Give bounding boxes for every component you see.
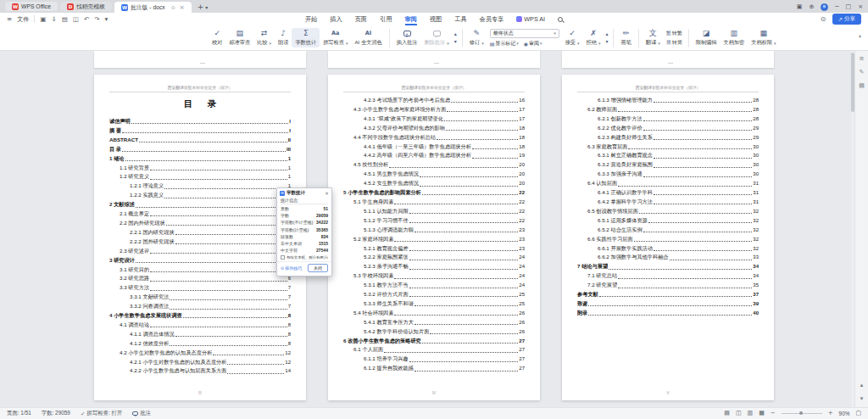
toc-entry[interactable]: 6.2.1 创新教学方法 28 (577, 115, 759, 124)
toc-entry[interactable]: 5.2 家庭环境因素 23 (343, 235, 525, 244)
toc-entry[interactable]: 5.4.1 教育竞争压力大 26 (343, 318, 525, 327)
scroll-down-icon[interactable]: ▾ (860, 396, 864, 402)
layout-switch-icon[interactable]: ▣ (797, 4, 803, 10)
previous-comment-icon[interactable]: ▴ (454, 31, 457, 36)
toc-entry[interactable]: 5.2.2 家庭氛围紧张 24 (343, 253, 525, 262)
toc-entry[interactable]: 2.2 国内外研究现状 3 (109, 219, 291, 228)
toc-entry[interactable]: 5.1.1 认知能力局限 22 (343, 207, 525, 216)
minimize-button[interactable]: ─ (835, 4, 838, 10)
toc-entry[interactable]: 4.5 按性别分析 20 (343, 160, 525, 170)
toc-entry[interactable]: 5 小学生数学焦虑的影响因素分析 22 (343, 188, 525, 198)
to-traditional-button[interactable]: 繁 转繁 (666, 30, 682, 37)
toc-entry[interactable]: 1.2.1 理论意义 1 (109, 182, 291, 191)
toc-entry[interactable]: 5.2.1 教育观念偏差 23 (343, 244, 525, 254)
toc-entry[interactable]: 致谢 39 (577, 299, 759, 309)
toc-entry[interactable]: 诚信声明 I (109, 117, 291, 126)
toc-entry[interactable]: 4.3.1 “双减”政策下的家庭期望变化 17 (343, 115, 525, 124)
ai-polish-button[interactable]: AI AI 全文润色 (351, 28, 385, 47)
menu-review[interactable]: 审阅 (404, 13, 416, 25)
document-area[interactable]: 西安翻译学院本科毕业论文（设计） 目 录 诚信声明 I 摘 要 I (0, 51, 868, 407)
toc-entry[interactable]: 6.1 个人层面 27 (343, 345, 525, 355)
toc-entry[interactable]: 3.3 研究方法 7 (109, 283, 291, 293)
page-view-icon[interactable]: ▤ (724, 411, 730, 416)
toc-entry[interactable]: 6.5.1 运用多媒体资源 32 (577, 216, 759, 226)
globe-icon[interactable]: ⊕ (809, 4, 814, 10)
page-1[interactable]: 西安翻译学院本科毕业论文（设计） 目 录 诚信声明 I 摘 要 I (94, 75, 306, 400)
toc-entry[interactable]: 3.3.1 文献研究法 7 (109, 293, 291, 302)
toc-entry[interactable]: 6.6.1 开展数学实践活动 32 (577, 244, 759, 254)
menu-tools[interactable]: 工具 (454, 13, 466, 25)
tips-link[interactable]: ⊙ 操作技巧 (281, 265, 302, 271)
toc-entry[interactable]: 5.3.2 评价方式片面 25 (343, 290, 525, 299)
close-button[interactable]: × (858, 4, 863, 10)
toc-entry[interactable]: 4.2.3 考试场景下的考前考中考后焦虑 16 (343, 96, 525, 105)
checkbox-icon[interactable] (281, 255, 285, 260)
encrypt-document-button[interactable]: ▥ 文档加密 (720, 28, 748, 47)
page-2[interactable]: 西安翻译学院本科毕业论文（设计） 4.2.3 考试场景下的考前考中考后焦虑 16… (328, 75, 540, 400)
toc-entry[interactable]: 4.2.2 小学生数学焦虑与认知层面关系方面 14 (109, 366, 291, 376)
file-menu[interactable]: 文件 (17, 15, 29, 24)
fullscreen-icon[interactable]: ▢ (855, 411, 861, 416)
toc-entry[interactable]: 4.2 小学生对数学焦虑的认知及态度分析 12 (109, 349, 291, 358)
outline-view-icon[interactable]: ▦ (759, 411, 765, 416)
tab-wps-home[interactable]: W WPS Office (5, 2, 58, 11)
redo-icon[interactable]: ↷ (94, 15, 99, 23)
ink-brush-button[interactable]: ✏ 画笔 (617, 28, 634, 47)
toc-entry[interactable]: 6.3.3 加强亲子沟通 30 (577, 170, 759, 179)
toc-entry[interactable]: 6.2.2 优化教学评价 29 (577, 124, 759, 133)
zoom-slider-knob[interactable] (799, 411, 803, 415)
print-preview-icon[interactable]: ◫ (73, 15, 79, 23)
toc-entry[interactable]: 5.3.3 师生关系不和谐 25 (343, 299, 525, 309)
toc-entry[interactable]: 2.1 概念界定 3 (109, 210, 291, 219)
tab-document[interactable]: W 批注版 - docx ⊙ × (114, 2, 192, 13)
toc-entry[interactable]: 4.2.1 小学生对数学焦虑的认知及态度分析 12 (109, 358, 291, 367)
toc-entry[interactable]: 2.2.1 国内研究现状 3 (109, 228, 291, 237)
toc-entry[interactable]: 6.2 教师层面 28 (577, 105, 759, 115)
toc-entry[interactable]: 4.4 不同学段数学焦虑现状分析总结 18 (343, 133, 525, 142)
read-layout-icon[interactable]: ◫ (736, 411, 742, 416)
status-spellcheck[interactable]: ✓ 拼写检查: 打开 (81, 410, 122, 417)
toc-entry[interactable]: 6.5.2 结合生活实例 32 (577, 226, 759, 235)
toc-entry[interactable]: 4.4.1 低年级（一至三年级）数学焦虑现状分析 18 (343, 142, 525, 152)
scroll-up-icon[interactable]: ▴ (860, 383, 864, 388)
toc-entry[interactable]: 3.1 研究目的 6 (109, 265, 291, 275)
navigation-pane-icon[interactable]: ≡ (860, 56, 865, 62)
delete-comment-button[interactable]: 删除批注 (420, 28, 452, 47)
toc-entry[interactable]: 6.1.2 提升自我效能感 27 (343, 364, 525, 373)
toc-entry[interactable]: 4.1.1 调查总体情况 8 (109, 330, 291, 339)
toc-entry[interactable]: 5.3 学校环境因素 24 (343, 271, 525, 281)
dialog-titlebar[interactable]: W 字数统计 × (277, 188, 331, 197)
word-count-button[interactable]: Σ 字数统计 (292, 28, 320, 47)
zoom-out-icon[interactable]: − (771, 411, 776, 416)
toc-entry[interactable]: 2.3 研究述评 5 (109, 247, 291, 256)
zoom-in-icon[interactable]: + (828, 411, 833, 416)
toc-entry[interactable]: 7.2 研究展望 35 (577, 281, 759, 290)
menu-wps-ai[interactable]: WPS AI (516, 13, 545, 25)
proofread-button[interactable]: ✓ 校对 (209, 28, 225, 47)
menu-reference[interactable]: 引用 (380, 13, 392, 25)
help-icon[interactable]: ⊙ (821, 15, 826, 23)
toc-entry[interactable]: 6.2.3 构建良好师生关系 29 (577, 133, 759, 142)
share-button[interactable]: ↗ 分享 (832, 14, 861, 25)
toc-entry[interactable]: 6 改善小学生数学焦虑的策略研究 27 (343, 337, 525, 346)
main-menu-icon[interactable]: ≡ (7, 15, 12, 23)
new-tab-button[interactable]: + (198, 3, 204, 11)
toc-entry[interactable]: 7.1 研究总结 34 (577, 271, 759, 281)
toc-entry[interactable]: 4.5.1 男生数学焦虑情况 20 (343, 170, 525, 179)
toc-entry[interactable]: 2 文献综述 3 (109, 200, 291, 210)
insert-comment-button[interactable]: 插入批注 (393, 28, 421, 47)
accept-button[interactable]: ✓ 接受 (562, 28, 583, 47)
toc-entry[interactable]: 参考文献 37 (577, 290, 759, 299)
reject-button[interactable]: ✗ 拒绝 (583, 28, 604, 47)
toc-entry[interactable]: 5.1.2 学习习惯不佳 22 (343, 216, 525, 226)
maximize-button[interactable]: □ (846, 4, 852, 10)
ribbon-collapse-icon[interactable]: ▴ (859, 32, 861, 38)
toc-entry[interactable]: 1.2 研究意义 1 (109, 172, 291, 182)
toc-entry[interactable]: 5.4.2 数学学科价值认知片面 26 (343, 327, 525, 337)
status-page-indicator[interactable]: 页面: 1/51 (7, 410, 31, 417)
next-revision-icon[interactable]: ▾ (605, 39, 608, 44)
toc-entry[interactable]: 4.3.2 父母评价与期望对焦虑的影响 18 (343, 124, 525, 133)
spell-check-button[interactable]: Aa 拼写检查 (320, 28, 351, 47)
toc-entry[interactable]: 6.6.2 加强数学与其他学科融合 33 (577, 253, 759, 262)
toc-entry[interactable]: 6.4.1 正确认识数学学科 31 (577, 188, 759, 198)
